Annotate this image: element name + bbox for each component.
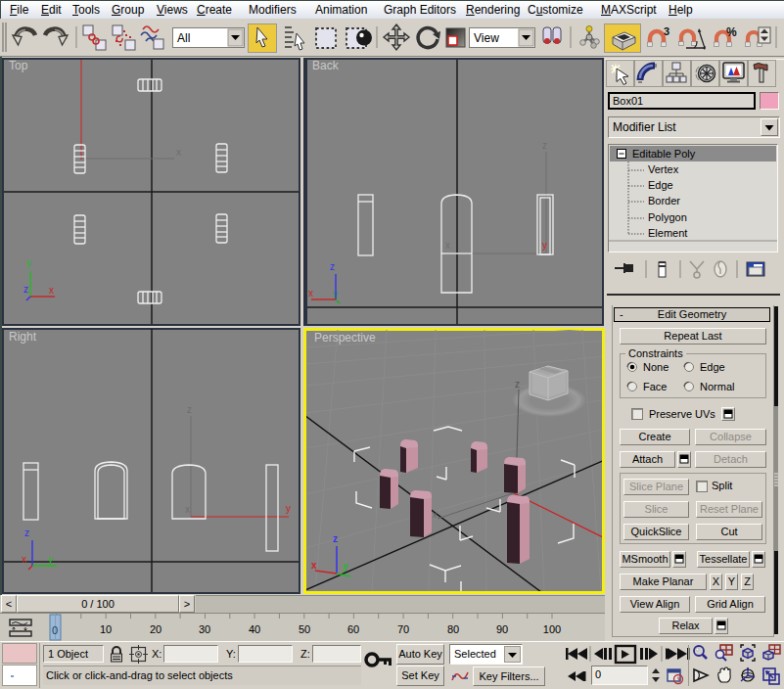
svg-text:30: 30 — [199, 623, 210, 635]
svg-text:x: x — [185, 504, 190, 515]
svg-text:Top: Top — [9, 59, 28, 72]
svg-text:10: 10 — [100, 623, 112, 635]
svg-text:%: % — [726, 25, 737, 39]
svg-text:60: 60 — [347, 623, 359, 635]
svg-text:z: z — [187, 404, 192, 415]
svg-text:Back: Back — [312, 59, 340, 72]
svg-text:y: y — [48, 554, 53, 565]
svg-text:y: y — [542, 240, 547, 251]
svg-text:z: z — [24, 528, 29, 538]
svg-text:All: All — [177, 31, 190, 45]
svg-text:40: 40 — [249, 623, 260, 635]
svg-text:0: 0 — [52, 624, 58, 636]
svg-text:z: z — [330, 261, 335, 272]
svg-text:x: x — [176, 147, 181, 158]
svg-text:y: y — [343, 561, 348, 572]
svg-text:x: x — [22, 554, 26, 565]
svg-text:50: 50 — [299, 623, 310, 635]
svg-text:z: z — [515, 379, 520, 390]
svg-text:y: y — [286, 503, 291, 514]
svg-text:Right: Right — [9, 330, 37, 344]
svg-text:y: y — [26, 257, 31, 268]
svg-text:x: x — [433, 510, 438, 520]
svg-text:x: x — [445, 240, 450, 251]
svg-text:20: 20 — [150, 623, 161, 635]
svg-text:z: z — [23, 284, 28, 295]
svg-text:z: z — [333, 533, 338, 544]
svg-text:Perspective: Perspective — [314, 331, 376, 344]
svg-text:80: 80 — [447, 623, 459, 635]
svg-text:90: 90 — [496, 623, 508, 635]
svg-text:x: x — [308, 288, 313, 299]
svg-text:3: 3 — [664, 25, 669, 37]
svg-text:100: 100 — [543, 623, 561, 635]
svg-text:x: x — [311, 560, 317, 571]
svg-text:View: View — [474, 31, 499, 45]
svg-text:70: 70 — [397, 623, 409, 635]
svg-text:x: x — [49, 285, 54, 296]
svg-text:z: z — [542, 140, 547, 151]
